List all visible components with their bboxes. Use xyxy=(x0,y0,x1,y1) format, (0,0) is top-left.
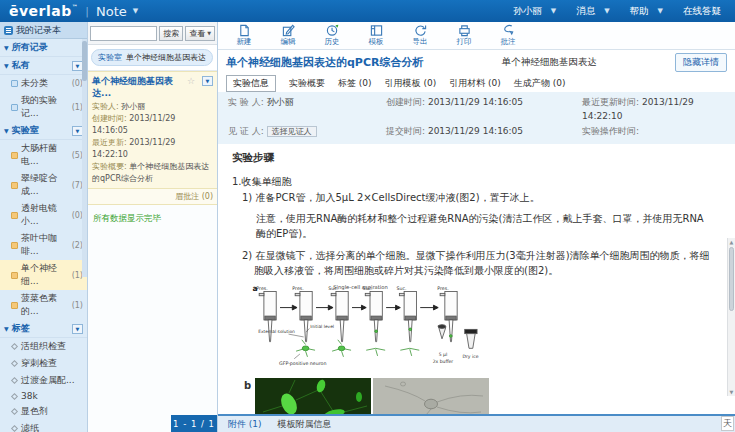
search-button[interactable]: 搜索 xyxy=(159,26,183,41)
hide-details-button[interactable]: 隐藏详情 xyxy=(675,53,727,72)
filter-scope: 实验室 xyxy=(98,52,122,63)
messages-menu[interactable]: 消息▼ xyxy=(576,5,609,18)
tab-referenced-materials[interactable]: 引用材料 (0) xyxy=(449,77,501,90)
sidebar-section-private[interactable]: ▼ 私有 ▼ xyxy=(0,57,87,75)
search-input[interactable] xyxy=(90,26,157,41)
help-label: 帮助 xyxy=(630,5,649,18)
user-menu[interactable]: 孙小丽▼ xyxy=(513,5,556,18)
tool-label: 历史 xyxy=(325,37,340,47)
field-label: 实验人: xyxy=(92,102,119,111)
sidebar-section-lab[interactable]: ▼ 实验室 ▼ xyxy=(0,122,87,140)
experiment-info-panel: 实 验 人: 孙小丽 创建时间: 2013/11/29 14:16:05 最近更… xyxy=(218,92,735,144)
pencil-icon xyxy=(282,24,295,37)
sidebar-header-my-notebooks[interactable]: 我的记录本 xyxy=(0,22,87,39)
sidebar-item-uncategorized[interactable]: 未分类 (0) xyxy=(0,75,87,92)
sidebar-header-label: 我的记录本 xyxy=(16,24,61,37)
online-qa-link[interactable]: 在线答疑 xyxy=(683,5,721,18)
annotate-button[interactable]: 批注 xyxy=(494,24,522,47)
pagination-indicator[interactable]: 1 - 1 / 1 xyxy=(171,415,217,432)
collapse-triangle-icon: ▼ xyxy=(4,325,9,332)
sidebar-item-lab-2[interactable]: 翠绿啶合成... (7) xyxy=(0,170,87,200)
section-label: 标签 xyxy=(12,322,30,335)
detail-header: 单个神经细胞基因表达的qPCR综合分析 单个神经细胞基因表达 隐藏详情 xyxy=(218,50,735,74)
scroll-down-arrow-icon[interactable]: ▼ xyxy=(728,388,735,396)
notebook-square-icon xyxy=(11,302,18,309)
view-dropdown-button[interactable]: 查看▼ xyxy=(185,26,215,41)
sidebar-tag-4[interactable]: 38k xyxy=(0,389,87,403)
tab-tags[interactable]: 标签 (0) xyxy=(338,77,372,90)
template-info-tab[interactable]: 模板附属信息 xyxy=(278,418,332,431)
help-menu[interactable]: 帮助▼ xyxy=(630,5,663,18)
select-witness-button[interactable]: 选择见证人 xyxy=(267,126,317,137)
experiment-card[interactable]: 单个神经细胞基因表达... ☆ ▼ 实验人: 孙小丽 创建时间: 2013/11… xyxy=(88,71,217,189)
syringe-label: Suc. xyxy=(397,286,407,291)
tab-products[interactable]: 生成产物 (0) xyxy=(514,77,566,90)
buffer-label-line2: 2x buffer xyxy=(433,359,454,364)
section-menu-button[interactable]: ▼ xyxy=(72,324,83,334)
dry-ice-label: Dry ice xyxy=(462,354,478,359)
field-label: 最近更新: xyxy=(92,138,127,147)
field-value: 孙小丽 xyxy=(121,102,145,111)
notebook-square-icon xyxy=(11,152,18,159)
print-button[interactable]: 打印 xyxy=(450,24,478,47)
floating-widget[interactable]: 天 xyxy=(721,416,734,431)
experiment-detail-title: 单个神经细胞基因表达的qPCR综合分析 xyxy=(226,55,423,70)
list-end-hint: 所有数据显示完毕 xyxy=(88,205,217,233)
favorite-star-icon[interactable]: ☆ xyxy=(187,76,195,86)
sidebar-scrollbar[interactable] xyxy=(82,39,87,277)
annotation-count-link[interactable]: 眉批注 (0) xyxy=(88,189,217,205)
sidebar-section-tags[interactable]: ▼ 标签 ▼ xyxy=(0,320,87,338)
scrollbar-thumb[interactable] xyxy=(82,41,87,81)
sidebar-item-lab-4[interactable]: 茶叶中咖啡... (2) xyxy=(0,230,87,260)
filter-pill[interactable]: 实验室 单个神经细胞基因表达 xyxy=(91,49,213,66)
export-button[interactable]: 导出 xyxy=(406,24,434,47)
card-menu-button[interactable]: ▼ xyxy=(202,76,213,86)
info-label: 最近更新时间: xyxy=(582,97,639,107)
new-button[interactable]: 新建 xyxy=(230,24,258,47)
notebook-square-icon xyxy=(11,242,18,249)
gfp-neuron-label: GFP-positive neuron xyxy=(279,362,326,367)
tool-label: 新建 xyxy=(237,37,252,47)
sidebar-item-lab-1[interactable]: 大肠杆菌电... (5) xyxy=(0,140,87,170)
template-button[interactable]: 模板 xyxy=(362,24,390,47)
sidebar-item-lab-single-neuron[interactable]: 单个神经细... (1) xyxy=(0,260,87,290)
sidebar-item-my-experiments[interactable]: 我的实验记... (1) xyxy=(0,92,87,122)
sidebar-tag-2[interactable]: 穿刺检查 xyxy=(0,355,87,372)
card-field-summary: 实验概要: 单个神经细胞基因表达的qPCR综合分析 xyxy=(92,161,213,185)
tag-label: 滤纸 xyxy=(21,422,39,432)
new-document-icon xyxy=(238,24,251,37)
scroll-up-arrow-icon[interactable]: ▲ xyxy=(728,238,735,246)
tab-experiment-info[interactable]: 实验信息 xyxy=(226,75,276,92)
logo-text: ēverlab xyxy=(9,3,72,19)
sidebar-tag-3[interactable]: 过渡金属配... xyxy=(0,372,87,389)
edit-button[interactable]: 编辑 xyxy=(274,24,302,47)
experiment-list-panel: 搜索 查看▼ 实验室 单个神经细胞基因表达 单个神经细胞基因表达... ☆ ▼ … xyxy=(88,22,218,432)
tab-summary[interactable]: 实验概要 xyxy=(289,77,325,90)
annotate-icon xyxy=(502,24,515,37)
aspiration-diagram: a Single-cell aspiration Pres. Pres. S xyxy=(244,282,496,372)
filter-name: 单个神经细胞基因表达 xyxy=(126,52,206,63)
info-value: 孙小丽 xyxy=(267,97,294,107)
sidebar-item-lab-6[interactable]: 菠菜色素的... (1) xyxy=(0,290,87,320)
sidebar-tag-1[interactable]: 活组织检查 xyxy=(0,338,87,355)
figure-b-label: b xyxy=(244,378,251,414)
history-button[interactable]: 历史 xyxy=(318,24,346,47)
product-switcher-chevron-icon[interactable]: ▼ xyxy=(133,7,138,15)
sidebar-tag-5[interactable]: 显色剂 xyxy=(0,403,87,420)
chevron-down-icon: ▼ xyxy=(658,7,663,15)
tag-label: 穿刺检查 xyxy=(21,357,57,370)
experiment-detail-panel: 新建 编辑 历史 模板 导出 打印 xyxy=(218,22,735,432)
attachments-tab[interactable]: 附件 (1) xyxy=(228,418,262,431)
section-label: 所有记录 xyxy=(12,41,48,54)
card-field-created: 创建时间: 2013/11/29 14:16:05 xyxy=(92,113,213,137)
content-scrollbar[interactable]: ▲ ▼ xyxy=(727,238,735,396)
experiment-title-link[interactable]: 单个神经细胞基因表达... xyxy=(92,76,182,99)
sidebar-item-lab-3[interactable]: 透射电镜小... (0) xyxy=(0,200,87,230)
scrollbar-thumb[interactable] xyxy=(729,247,734,311)
sidebar-section-all-records[interactable]: ▼ 所有记录 xyxy=(0,39,87,57)
search-button-label: 搜索 xyxy=(163,28,179,39)
tag-icon xyxy=(11,343,18,350)
sidebar-tag-6[interactable]: 滤纸 xyxy=(0,420,87,432)
tab-referenced-templates[interactable]: 引用模板 (0) xyxy=(385,77,437,90)
item-label: 透射电镜小... xyxy=(21,202,69,228)
